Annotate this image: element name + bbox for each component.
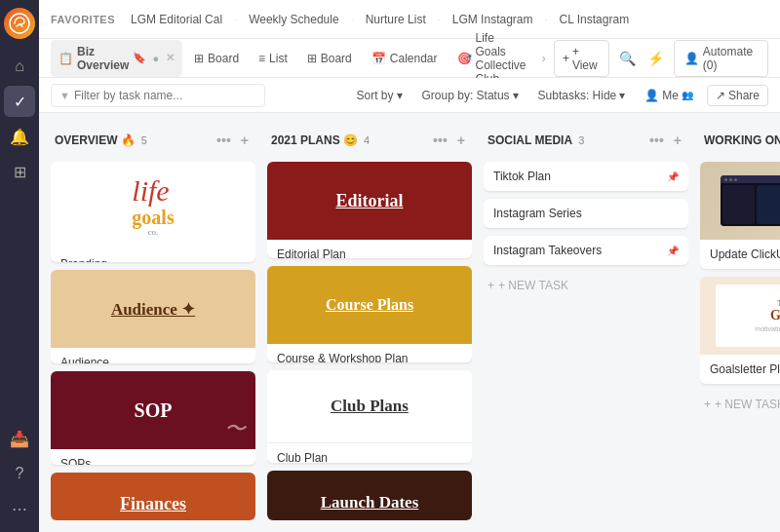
- card-course[interactable]: Course Plans Course & Workshop Plan 🔗 📄: [267, 266, 472, 362]
- task-tiktok[interactable]: Tiktok Plan 📌: [484, 162, 688, 191]
- column-2021-menu[interactable]: •••: [430, 131, 450, 150]
- card-goalsletter[interactable]: The Sunday Goalsletter motivation to kic…: [700, 277, 780, 384]
- tab-board-icon: 📋: [58, 52, 73, 65]
- task-instagram-takeovers[interactable]: Instagram Takeovers 📌: [484, 236, 688, 265]
- filter-icon: ▼: [59, 90, 70, 101]
- task-instagram-series[interactable]: Instagram Series: [484, 199, 688, 228]
- share-icon: ↗: [716, 89, 725, 102]
- sidebar: ⌂ ✓ 🔔 ⊞ 📥 ? ⋯: [0, 0, 39, 532]
- secondbar-actions: + + View 🔍 ⚡ 👤 Automate (0): [554, 40, 768, 77]
- card-goalsletter-cover: The Sunday Goalsletter motivation to kic…: [700, 277, 780, 355]
- column-2021-header: 2021 PLANS 😊 4 ••• +: [267, 125, 472, 156]
- share-button[interactable]: ↗ Share: [707, 85, 768, 106]
- card-sop[interactable]: SOP 〜 SOPs 🔗: [51, 371, 255, 465]
- card-course-cover: Course Plans: [267, 266, 472, 344]
- automate-icon: 👤: [684, 52, 699, 65]
- card-audience[interactable]: Audience ✦ Audience 🔗: [51, 270, 255, 363]
- add-view-button[interactable]: + + View: [554, 40, 609, 77]
- sidebar-more[interactable]: ⋯: [4, 493, 35, 524]
- tab-board-2[interactable]: ⊞ Board: [299, 47, 360, 70]
- sidebar-inbox[interactable]: 📥: [4, 423, 35, 454]
- card-editorial[interactable]: Editorial Editorial Plan 🔗 📄: [267, 162, 472, 258]
- column-social-cards: Tiktok Plan 📌 Instagram Series Instagram…: [484, 162, 688, 520]
- board-area: OVERVIEW 🔥 5 ••• + life: [39, 113, 780, 532]
- tab-calendar[interactable]: 📅 Calendar: [364, 47, 446, 70]
- card-audience-title: Audience: [60, 356, 246, 363]
- column-social-count: 3: [578, 134, 584, 146]
- subtasks-button[interactable]: Subtasks: Hide ▾: [532, 86, 632, 105]
- column-2021-plans: 2021 PLANS 😊 4 ••• + Editorial Editorial…: [267, 125, 472, 520]
- main-content: FAVORITES LGM Editorial Cal · Weekly Sch…: [39, 0, 780, 532]
- filter-wrap[interactable]: ▼: [51, 84, 265, 107]
- sidebar-tasks[interactable]: ✓: [4, 86, 35, 117]
- tab-overflow-icon[interactable]: ›: [538, 51, 550, 65]
- column-overview-count: 5: [141, 134, 147, 146]
- tab-calendar-icon: 📅: [371, 52, 386, 65]
- filter-input[interactable]: [74, 89, 256, 102]
- column-overview-add[interactable]: +: [238, 131, 252, 150]
- card-branding[interactable]: life goals co. Branding 🔗: [51, 162, 255, 262]
- person-icon: 👤: [644, 89, 659, 102]
- column-working-cards: ✳ Update ClickUp For Creatives The Sunda…: [700, 162, 780, 520]
- tab-biz-overview[interactable]: 📋 Biz Overview 🔖 ● ✕: [51, 40, 182, 77]
- sort-button[interactable]: Sort by ▾: [351, 86, 409, 105]
- column-overview: OVERVIEW 🔥 5 ••• + life: [51, 125, 255, 520]
- card-club[interactable]: Club Plans Club Plan 🔗: [267, 370, 472, 463]
- topbar-link-3[interactable]: Nurture List: [358, 9, 434, 30]
- card-course-title: Course & Workshop Plan: [277, 352, 462, 362]
- social-new-task[interactable]: + + NEW TASK: [484, 273, 688, 298]
- filterbar-right: Sort by ▾ Group by: Status ▾ Subtasks: H…: [351, 85, 768, 106]
- chevron-down-icon-3: ▾: [619, 89, 625, 102]
- column-2021-add[interactable]: +: [454, 131, 468, 150]
- tab-circle-icon: ●: [152, 53, 159, 64]
- task-ig-takeovers-label: Instagram Takeovers: [493, 244, 661, 257]
- working-new-task[interactable]: + + NEW TASK: [700, 392, 780, 417]
- card-sop-title: SOPs: [60, 457, 246, 465]
- lightning-button[interactable]: ⚡: [644, 45, 668, 72]
- sidebar-notifications[interactable]: 🔔: [4, 121, 35, 152]
- card-clickup[interactable]: ✳ Update ClickUp For Creatives: [700, 162, 780, 269]
- tab-board-icon-1: ⊞: [194, 52, 204, 65]
- search-button[interactable]: 🔍: [615, 45, 639, 72]
- card-audience-cover: Audience ✦: [51, 270, 255, 348]
- plus-icon-3: +: [704, 398, 711, 411]
- app-logo[interactable]: [4, 8, 35, 39]
- card-branding-title: Branding: [60, 257, 246, 262]
- card-editorial-title: Editorial Plan: [277, 247, 462, 258]
- filterbar: ▼ Sort by ▾ Group by: Status ▾ Subtasks:…: [39, 78, 780, 113]
- sidebar-apps[interactable]: ⊞: [4, 156, 35, 187]
- group-icon: 👥: [682, 90, 693, 100]
- topbar-link-2[interactable]: Weekly Schedule: [241, 9, 347, 30]
- column-working-header: WORKING ON 🔥 2 ••• +: [700, 125, 780, 156]
- card-finances[interactable]: Finances: [51, 473, 255, 520]
- column-working: WORKING ON 🔥 2 ••• +: [700, 125, 780, 520]
- topbar-link-1[interactable]: LGM Editorial Cal: [123, 9, 230, 30]
- sidebar-help[interactable]: ?: [4, 458, 35, 489]
- chevron-down-icon: ▾: [397, 89, 403, 102]
- column-social-menu[interactable]: •••: [646, 131, 667, 150]
- sidebar-home[interactable]: ⌂: [4, 51, 35, 82]
- tab-list[interactable]: ≡ List: [251, 47, 295, 70]
- plus-icon-2: +: [488, 279, 494, 292]
- pin-icon-2: 📌: [667, 246, 679, 256]
- task-ig-series-label: Instagram Series: [493, 207, 679, 220]
- tab-board-1[interactable]: ⊞ Board: [186, 47, 247, 70]
- me-button[interactable]: 👤 Me 👥: [639, 86, 699, 105]
- card-club-cover: Club Plans: [267, 370, 472, 443]
- group-button[interactable]: Group by: Status ▾: [416, 86, 525, 105]
- column-social-add[interactable]: +: [671, 131, 684, 150]
- card-editorial-cover: Editorial: [267, 162, 472, 240]
- automate-button[interactable]: 👤 Automate (0): [674, 40, 768, 77]
- card-launch[interactable]: Launch Dates: [267, 471, 472, 520]
- tab-close-btn[interactable]: ✕: [166, 52, 175, 64]
- card-clickup-cover: ✳: [700, 162, 780, 240]
- tab-list-icon: ≡: [258, 52, 265, 65]
- column-overview-header: OVERVIEW 🔥 5 ••• +: [51, 125, 255, 156]
- column-2021-cards: Editorial Editorial Plan 🔗 📄 Course Plan…: [267, 162, 472, 520]
- plus-icon: +: [563, 52, 569, 65]
- card-club-title: Club Plan: [277, 451, 462, 463]
- column-overview-menu[interactable]: •••: [214, 131, 234, 150]
- card-goalsletter-title: Goalsletter Plan: [710, 362, 780, 376]
- topbar-link-5[interactable]: CL Instagram: [552, 9, 638, 30]
- card-launch-cover: Launch Dates: [267, 471, 472, 520]
